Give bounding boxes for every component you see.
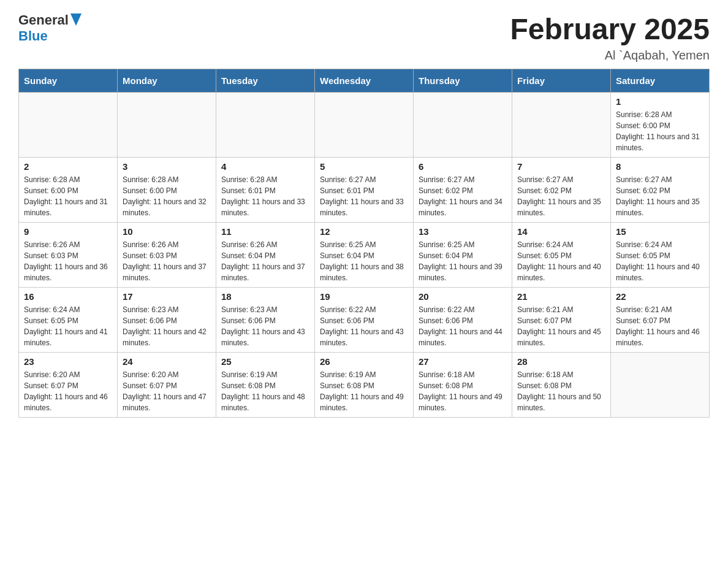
calendar-day-cell: 19Sunrise: 6:22 AMSunset: 6:06 PMDayligh… <box>315 288 414 353</box>
day-number: 21 <box>517 291 605 302</box>
day-info: Sunrise: 6:24 AMSunset: 6:05 PMDaylight:… <box>616 239 704 283</box>
day-number: 6 <box>419 161 507 172</box>
day-of-week-header: Friday <box>512 69 611 93</box>
day-of-week-header: Monday <box>118 69 216 93</box>
calendar-day-cell: 2Sunrise: 6:28 AMSunset: 6:00 PMDaylight… <box>19 158 118 223</box>
day-info: Sunrise: 6:21 AMSunset: 6:07 PMDaylight:… <box>517 304 605 348</box>
logo-triangle-icon <box>70 13 82 26</box>
day-number: 26 <box>320 356 408 367</box>
calendar-day-cell <box>216 93 315 158</box>
day-of-week-header: Wednesday <box>315 69 414 93</box>
day-number: 15 <box>616 226 704 237</box>
day-info: Sunrise: 6:24 AMSunset: 6:05 PMDaylight:… <box>517 239 605 283</box>
calendar-day-cell: 17Sunrise: 6:23 AMSunset: 6:06 PMDayligh… <box>118 288 216 353</box>
calendar-day-cell: 27Sunrise: 6:18 AMSunset: 6:08 PMDayligh… <box>414 353 512 418</box>
calendar-day-cell <box>512 93 611 158</box>
calendar-day-cell <box>315 93 414 158</box>
day-number: 18 <box>221 291 309 302</box>
day-info: Sunrise: 6:19 AMSunset: 6:08 PMDaylight:… <box>221 369 309 413</box>
calendar-day-cell: 1Sunrise: 6:28 AMSunset: 6:00 PMDaylight… <box>611 93 710 158</box>
calendar-day-cell: 11Sunrise: 6:26 AMSunset: 6:04 PMDayligh… <box>216 223 315 288</box>
calendar-day-cell: 25Sunrise: 6:19 AMSunset: 6:08 PMDayligh… <box>216 353 315 418</box>
calendar-day-cell: 7Sunrise: 6:27 AMSunset: 6:02 PMDaylight… <box>512 158 611 223</box>
day-number: 7 <box>517 161 605 172</box>
logo-general-text: General <box>18 12 69 28</box>
day-number: 5 <box>320 161 408 172</box>
logo-blue-text: Blue <box>18 28 48 44</box>
calendar-day-cell: 8Sunrise: 6:27 AMSunset: 6:02 PMDaylight… <box>611 158 710 223</box>
calendar-week-row: 9Sunrise: 6:26 AMSunset: 6:03 PMDaylight… <box>19 223 710 288</box>
day-info: Sunrise: 6:26 AMSunset: 6:03 PMDaylight:… <box>24 239 112 283</box>
day-of-week-header: Thursday <box>414 69 512 93</box>
calendar-day-cell: 20Sunrise: 6:22 AMSunset: 6:06 PMDayligh… <box>414 288 512 353</box>
day-number: 17 <box>123 291 211 302</box>
calendar-day-cell: 16Sunrise: 6:24 AMSunset: 6:05 PMDayligh… <box>19 288 118 353</box>
day-of-week-header: Sunday <box>19 69 118 93</box>
day-info: Sunrise: 6:28 AMSunset: 6:00 PMDaylight:… <box>24 174 112 218</box>
day-info: Sunrise: 6:25 AMSunset: 6:04 PMDaylight:… <box>320 239 408 283</box>
calendar-day-cell: 5Sunrise: 6:27 AMSunset: 6:01 PMDaylight… <box>315 158 414 223</box>
calendar-day-cell: 21Sunrise: 6:21 AMSunset: 6:07 PMDayligh… <box>512 288 611 353</box>
calendar-day-cell: 26Sunrise: 6:19 AMSunset: 6:08 PMDayligh… <box>315 353 414 418</box>
days-of-week-row: SundayMondayTuesdayWednesdayThursdayFrid… <box>19 69 710 93</box>
calendar-day-cell: 4Sunrise: 6:28 AMSunset: 6:01 PMDaylight… <box>216 158 315 223</box>
day-info: Sunrise: 6:19 AMSunset: 6:08 PMDaylight:… <box>320 369 408 413</box>
day-number: 28 <box>517 356 605 367</box>
calendar-day-cell: 14Sunrise: 6:24 AMSunset: 6:05 PMDayligh… <box>512 223 611 288</box>
day-info: Sunrise: 6:20 AMSunset: 6:07 PMDaylight:… <box>24 369 112 413</box>
day-info: Sunrise: 6:28 AMSunset: 6:00 PMDaylight:… <box>123 174 211 218</box>
title-block: February 2025 Al `Aqabah, Yemen <box>510 12 710 63</box>
calendar-week-row: 16Sunrise: 6:24 AMSunset: 6:05 PMDayligh… <box>19 288 710 353</box>
calendar-day-cell: 24Sunrise: 6:20 AMSunset: 6:07 PMDayligh… <box>118 353 216 418</box>
logo: General Blue <box>18 12 82 44</box>
day-number: 11 <box>221 226 309 237</box>
day-info: Sunrise: 6:18 AMSunset: 6:08 PMDaylight:… <box>419 369 507 413</box>
day-number: 8 <box>616 161 704 172</box>
day-info: Sunrise: 6:26 AMSunset: 6:03 PMDaylight:… <box>123 239 211 283</box>
calendar-day-cell: 12Sunrise: 6:25 AMSunset: 6:04 PMDayligh… <box>315 223 414 288</box>
day-number: 9 <box>24 226 112 237</box>
calendar-day-cell: 28Sunrise: 6:18 AMSunset: 6:08 PMDayligh… <box>512 353 611 418</box>
calendar-week-row: 1Sunrise: 6:28 AMSunset: 6:00 PMDaylight… <box>19 93 710 158</box>
page-header: General Blue February 2025 Al `Aqabah, Y… <box>18 12 710 63</box>
day-info: Sunrise: 6:27 AMSunset: 6:02 PMDaylight:… <box>419 174 507 218</box>
day-info: Sunrise: 6:20 AMSunset: 6:07 PMDaylight:… <box>123 369 211 413</box>
svg-marker-0 <box>70 13 82 26</box>
calendar-table: SundayMondayTuesdayWednesdayThursdayFrid… <box>18 69 710 418</box>
calendar-week-row: 23Sunrise: 6:20 AMSunset: 6:07 PMDayligh… <box>19 353 710 418</box>
day-info: Sunrise: 6:23 AMSunset: 6:06 PMDaylight:… <box>123 304 211 348</box>
calendar-day-cell: 3Sunrise: 6:28 AMSunset: 6:00 PMDaylight… <box>118 158 216 223</box>
day-number: 25 <box>221 356 309 367</box>
day-info: Sunrise: 6:26 AMSunset: 6:04 PMDaylight:… <box>221 239 309 283</box>
day-number: 24 <box>123 356 211 367</box>
day-info: Sunrise: 6:22 AMSunset: 6:06 PMDaylight:… <box>419 304 507 348</box>
day-number: 27 <box>419 356 507 367</box>
calendar-body: 1Sunrise: 6:28 AMSunset: 6:00 PMDaylight… <box>19 93 710 418</box>
day-info: Sunrise: 6:27 AMSunset: 6:01 PMDaylight:… <box>320 174 408 218</box>
calendar-day-cell: 23Sunrise: 6:20 AMSunset: 6:07 PMDayligh… <box>19 353 118 418</box>
day-number: 1 <box>616 96 704 107</box>
day-number: 12 <box>320 226 408 237</box>
day-info: Sunrise: 6:24 AMSunset: 6:05 PMDaylight:… <box>24 304 112 348</box>
calendar-day-cell: 6Sunrise: 6:27 AMSunset: 6:02 PMDaylight… <box>414 158 512 223</box>
calendar-week-row: 2Sunrise: 6:28 AMSunset: 6:00 PMDaylight… <box>19 158 710 223</box>
day-of-week-header: Tuesday <box>216 69 315 93</box>
subtitle: Al `Aqabah, Yemen <box>510 48 710 63</box>
day-of-week-header: Saturday <box>611 69 710 93</box>
calendar-day-cell: 13Sunrise: 6:25 AMSunset: 6:04 PMDayligh… <box>414 223 512 288</box>
calendar-day-cell: 22Sunrise: 6:21 AMSunset: 6:07 PMDayligh… <box>611 288 710 353</box>
calendar-day-cell: 18Sunrise: 6:23 AMSunset: 6:06 PMDayligh… <box>216 288 315 353</box>
day-number: 3 <box>123 161 211 172</box>
day-info: Sunrise: 6:23 AMSunset: 6:06 PMDaylight:… <box>221 304 309 348</box>
day-number: 20 <box>419 291 507 302</box>
day-info: Sunrise: 6:25 AMSunset: 6:04 PMDaylight:… <box>419 239 507 283</box>
day-info: Sunrise: 6:21 AMSunset: 6:07 PMDaylight:… <box>616 304 704 348</box>
day-number: 23 <box>24 356 112 367</box>
day-number: 13 <box>419 226 507 237</box>
day-number: 14 <box>517 226 605 237</box>
calendar-day-cell <box>19 93 118 158</box>
day-info: Sunrise: 6:28 AMSunset: 6:01 PMDaylight:… <box>221 174 309 218</box>
day-number: 16 <box>24 291 112 302</box>
day-info: Sunrise: 6:28 AMSunset: 6:00 PMDaylight:… <box>616 109 704 153</box>
calendar-day-cell <box>414 93 512 158</box>
